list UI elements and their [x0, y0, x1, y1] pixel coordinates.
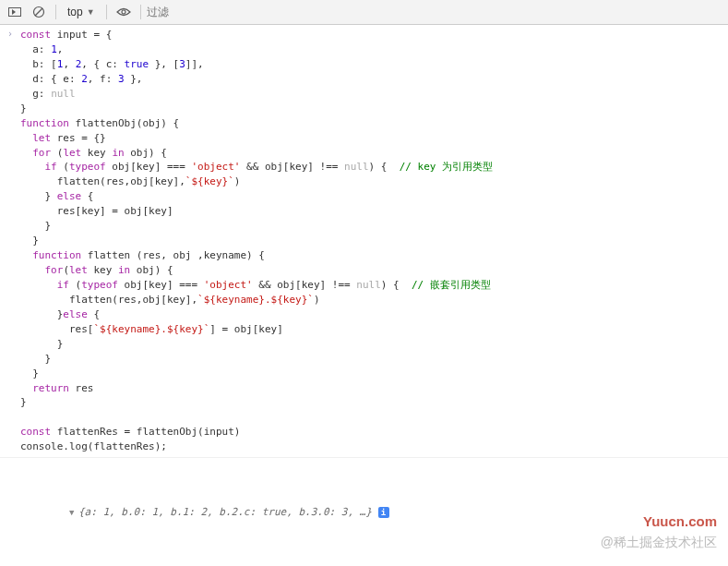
gutter	[0, 461, 20, 566]
clear-console-icon[interactable]	[28, 2, 50, 22]
watermark: Yuucn.com	[643, 513, 717, 529]
eye-icon[interactable]	[113, 2, 135, 22]
input-marker: ›	[0, 28, 20, 454]
separator	[140, 5, 141, 19]
execute-icon[interactable]	[4, 2, 26, 22]
object-summary: {a: 1, b.0: 1, b.1: 2, b.2.c: true, b.3.…	[78, 506, 372, 518]
expand-triangle-icon[interactable]: ▼	[69, 507, 78, 519]
separator	[55, 5, 56, 19]
code-block[interactable]: const input = { a: 1, b: [1, 2, { c: tru…	[20, 28, 728, 454]
filter-input[interactable]	[147, 6, 724, 18]
console-output: › const input = { a: 1, b: [1, 2, { c: t…	[0, 25, 728, 566]
svg-point-3	[122, 10, 125, 14]
context-label: top	[67, 6, 83, 18]
context-selector[interactable]: top ▼	[62, 6, 101, 18]
console-toolbar: top ▼	[0, 0, 728, 25]
separator	[106, 5, 107, 19]
console-input-message: › const input = { a: 1, b: [1, 2, { c: t…	[0, 25, 728, 458]
svg-line-2	[35, 8, 42, 16]
info-icon[interactable]: i	[378, 507, 389, 518]
watermark: @稀土掘金技术社区	[601, 535, 717, 551]
chevron-down-icon: ▼	[87, 7, 95, 17]
